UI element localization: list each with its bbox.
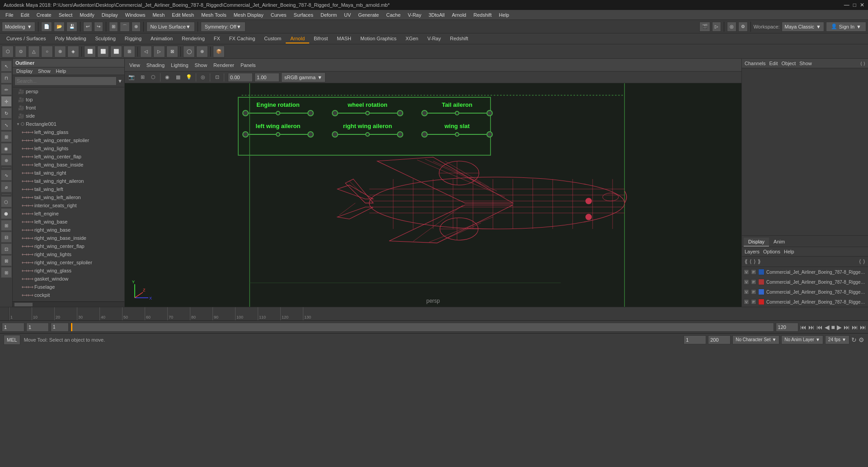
minimize-button[interactable]: —: [844, 2, 849, 8]
outliner-menu-display[interactable]: Display: [14, 68, 35, 74]
menu-create[interactable]: Create: [33, 11, 55, 19]
anim-tab[interactable]: Anim: [769, 238, 789, 247]
menu-help[interactable]: Help: [495, 11, 513, 19]
options-tab[interactable]: Options: [763, 249, 780, 254]
channels-object-tab[interactable]: Object: [781, 61, 796, 66]
settings-icon[interactable]: ⚙: [859, 336, 864, 343]
layers-nav-extra-2[interactable]: ⟩: [863, 258, 865, 265]
shelf-icon-8[interactable]: ⬜: [97, 46, 109, 57]
playback-stop[interactable]: ■: [831, 324, 835, 331]
soft-select[interactable]: ◉: [1, 143, 12, 154]
shelf-icon-9[interactable]: ⬜: [110, 46, 122, 57]
undo-btn[interactable]: ↩: [83, 22, 92, 32]
refresh-btn[interactable]: ↻: [851, 336, 857, 343]
shelf-icon-11[interactable]: ◁: [140, 46, 152, 57]
close-button[interactable]: ✕: [860, 2, 864, 8]
anim-start-input[interactable]: 1: [684, 335, 706, 344]
tab-rigging[interactable]: Rigging: [120, 34, 146, 43]
vp-menu-lighting[interactable]: Lighting: [168, 62, 191, 69]
vp-field-1[interactable]: 0.00: [228, 73, 253, 82]
menu-deform[interactable]: Deform: [317, 11, 340, 19]
mesh-tool-3[interactable]: ⊞: [1, 220, 12, 231]
no-char-set-dropdown[interactable]: No Character Set ▼: [732, 335, 779, 344]
mesh-tool-4[interactable]: ⊟: [1, 232, 12, 243]
playback-next[interactable]: ⏭: [860, 324, 866, 331]
rotate-tool[interactable]: ↻: [1, 108, 12, 119]
vp-field-2[interactable]: 1.00: [255, 73, 279, 82]
save-file-btn[interactable]: 💾: [66, 22, 77, 32]
menu-curves[interactable]: Curves: [267, 11, 290, 19]
playback-step-prev[interactable]: ⏮: [816, 324, 823, 331]
vp-wireframe[interactable]: ⬡: [148, 72, 158, 82]
tab-mash[interactable]: MASH: [332, 34, 356, 43]
tab-poly-modeling[interactable]: Poly Modeling: [50, 34, 90, 43]
vp-shaded[interactable]: ◉: [162, 72, 172, 82]
layer-row-2[interactable]: V P Commercial_Jet_Airliner_Boeing_787-8…: [742, 287, 868, 297]
vp-isolate[interactable]: ⊡: [212, 72, 222, 82]
tab-arnold[interactable]: Arnold: [286, 34, 309, 43]
tab-xgen[interactable]: XGen: [401, 34, 423, 43]
outliner-item-right-wing-base-inside[interactable]: ⟷⟷ right_wing_base_inside: [13, 234, 124, 242]
shelf-icon-7[interactable]: ⬜: [84, 46, 96, 57]
playback-play[interactable]: ▶: [837, 324, 842, 331]
outliner-item-front[interactable]: 🎥 front: [13, 104, 124, 112]
tab-animation[interactable]: Animation: [146, 34, 177, 43]
menu-edit[interactable]: Edit: [17, 11, 33, 19]
viewport-content[interactable]: Engine rotation wheel rotation: [125, 83, 741, 307]
mesh-tool-6[interactable]: ⊠: [1, 255, 12, 266]
outliner-item-right-wing-lights[interactable]: ⟷⟷ right_wing_lights: [13, 250, 124, 258]
menu-uv[interactable]: UV: [340, 11, 354, 19]
layer-vp-1[interactable]: V: [744, 279, 749, 285]
shelf-icon-12[interactable]: ▷: [153, 46, 165, 57]
playback-prev-prev[interactable]: ⏮: [800, 324, 807, 331]
snap-curve-btn[interactable]: ⌒: [120, 22, 130, 32]
layer-render-3[interactable]: P: [751, 299, 756, 305]
frame-playback-start[interactable]: 1: [26, 323, 49, 332]
mode-dropdown[interactable]: Modeling ▼: [2, 22, 35, 32]
layers-nav-next[interactable]: ⟩: [754, 258, 756, 265]
outliner-item-left-wing-base-inside[interactable]: ⟷⟷ left_wing_base_inside: [13, 161, 124, 169]
outliner-item-right-wing-center-flap[interactable]: ⟷⟷ right_wing_center_flap: [13, 242, 124, 250]
menu-mesh-tools[interactable]: Mesh Tools: [198, 11, 230, 19]
vp-gamma-dropdown[interactable]: sRGB gamma ▼: [281, 72, 326, 82]
move-tool[interactable]: ✛: [1, 96, 12, 107]
tab-fx-caching[interactable]: FX Caching: [225, 34, 259, 43]
tab-motion-graphics[interactable]: Motion Graphics: [356, 34, 401, 43]
scale-tool[interactable]: ⤡: [1, 119, 12, 130]
symmetry-off[interactable]: Symmetry: Off ▼: [201, 22, 245, 32]
vp-menu-shading[interactable]: Shading: [144, 62, 167, 69]
universal-tool[interactable]: ⊞: [1, 131, 12, 142]
menu-file[interactable]: File: [2, 11, 17, 19]
layers-tab[interactable]: Layers: [745, 249, 760, 254]
menu-arnold[interactable]: Arnold: [448, 11, 470, 19]
outliner-item-tail-wing-left[interactable]: ⟷⟷ tail_wing_left: [13, 185, 124, 193]
playback-slider[interactable]: [71, 323, 774, 332]
render-btn[interactable]: 🎬: [699, 22, 710, 32]
tab-sculpting[interactable]: Sculpting: [91, 34, 120, 43]
tab-custom[interactable]: Custom: [259, 34, 286, 43]
menu-cache[interactable]: Cache: [382, 11, 404, 19]
mel-dropdown[interactable]: MEL: [4, 335, 20, 345]
tab-bifrost[interactable]: Bifrost: [309, 34, 332, 43]
ipr-btn[interactable]: ▷: [712, 22, 721, 32]
outliner-item-right-wing-base[interactable]: ⟷⟷ right_wing_base: [13, 226, 124, 234]
lasso-tool[interactable]: ⊓: [1, 72, 12, 83]
outliner-item-rectangle001[interactable]: ▼ ⬡ Rectangle001: [13, 120, 124, 128]
channels-show-tab[interactable]: Show: [799, 61, 812, 66]
outliner-item-tail-wing-left-aileron[interactable]: ⟷⟷ tail_wing_left_aileron: [13, 193, 124, 201]
anim-end-input[interactable]: 200: [708, 335, 731, 344]
menu-mesh[interactable]: Mesh: [149, 11, 168, 19]
frame-current-input[interactable]: 1: [2, 323, 24, 332]
workspace-name-dropdown[interactable]: Maya Classic ▼: [782, 22, 824, 32]
open-file-btn[interactable]: 📂: [54, 22, 65, 32]
frame-end-input[interactable]: 120: [776, 323, 798, 332]
outliner-item-right-wing-center-sploiler[interactable]: ⟷⟷ right_wing_center_sploiler: [13, 258, 124, 267]
outliner-item-tail-wing-right-aileron[interactable]: ⟷⟷ tail_wing_right_aileron: [13, 177, 124, 185]
layer-render-0[interactable]: P: [751, 269, 756, 275]
layer-render-2[interactable]: P: [751, 289, 756, 295]
tab-fx[interactable]: FX: [209, 34, 225, 43]
playback-play-back[interactable]: ◀: [825, 324, 830, 331]
shelf-icon-5[interactable]: ⊛: [54, 46, 66, 57]
layer-vp-3[interactable]: V: [744, 299, 749, 305]
playback-prev[interactable]: ⏭: [808, 324, 815, 331]
